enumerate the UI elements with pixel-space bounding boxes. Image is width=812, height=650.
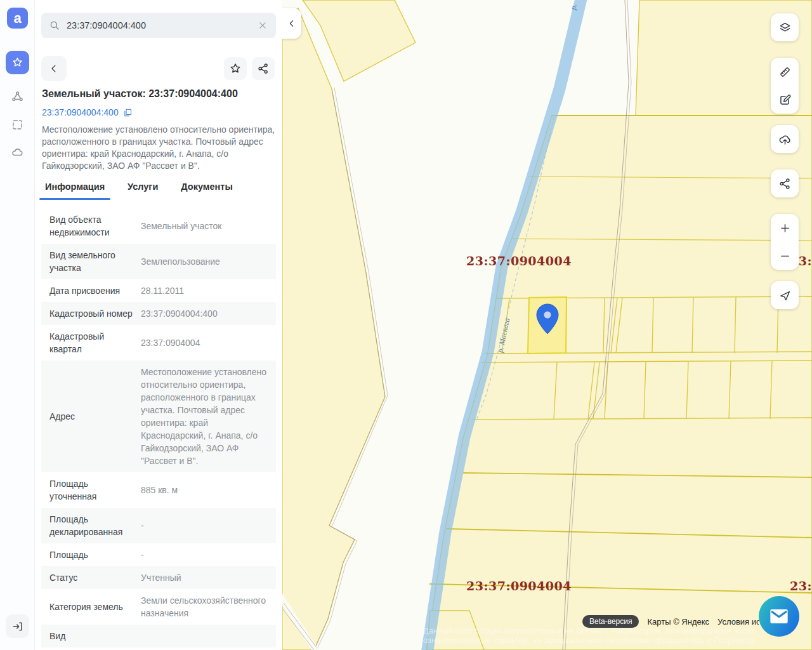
- favorite-button[interactable]: [224, 57, 247, 80]
- share-nodes-icon: [257, 62, 270, 75]
- zoom-out-button[interactable]: [771, 242, 799, 270]
- row-value: 23:37:0904004:400: [133, 307, 268, 320]
- row-value: 23:37:0904004: [133, 336, 268, 349]
- share-nodes-icon: [778, 177, 792, 190]
- map-disclaimer-text: Данный сайт создан энтузиастами и не свя…: [423, 626, 778, 645]
- row-label: Вид объекта недвижимости: [49, 213, 133, 239]
- tab-information[interactable]: Информация: [42, 182, 108, 198]
- collapse-panel-button[interactable]: [282, 8, 301, 39]
- row-value: -: [133, 519, 268, 532]
- layers-button[interactable]: [771, 13, 799, 41]
- measure-edit-group: [771, 58, 799, 114]
- table-row: СтатусУчтенный: [41, 566, 276, 589]
- location-description: Местоположение установлено относительно …: [42, 124, 275, 172]
- table-row: Площадь уточненная885 кв. м: [41, 472, 276, 508]
- row-label: Площадь уточненная: [49, 477, 133, 503]
- clear-search-icon[interactable]: [257, 20, 268, 31]
- table-row: Категория земельЗемли сельскохозяйственн…: [41, 589, 276, 625]
- tab-services[interactable]: Услуги: [124, 182, 161, 198]
- share-button[interactable]: [252, 57, 275, 80]
- share-map-button[interactable]: [771, 169, 799, 197]
- map-canvas[interactable]: 23:37:0904004 23:37:0904004 23:37:090400…: [282, 0, 812, 650]
- row-value: Местоположение установлено относительно …: [133, 366, 268, 467]
- table-row: Кадастровый номер23:37:0904004:400: [41, 302, 276, 325]
- envelope-icon: [768, 608, 790, 625]
- cloud-upload-icon: [778, 133, 792, 146]
- app-rail: a: [0, 0, 35, 650]
- zoom-in-button[interactable]: [771, 214, 799, 242]
- map-attribution: Beta-версия Карты © Яндекс Условия испол…: [582, 614, 759, 628]
- quarter-label-clipped: 23:37:0904004: [790, 579, 812, 593]
- attributes-table: Вид объекта недвижимостиЗемельный участо…: [41, 208, 276, 647]
- terms-link[interactable]: Условия использования: [717, 617, 759, 627]
- upload-button[interactable]: [771, 125, 799, 153]
- row-value: -: [133, 548, 268, 561]
- back-button[interactable]: [41, 56, 67, 81]
- locate-button[interactable]: [771, 281, 799, 309]
- plus-icon: [778, 222, 792, 235]
- row-label: Кадастровый квартал: [49, 330, 133, 355]
- zoom-controls: [771, 214, 799, 270]
- parcel-detail-panel: Земельный участок: 23:37:0904004:400 23:…: [35, 0, 282, 650]
- row-value: Учтенный: [133, 571, 268, 584]
- table-row: Вид земельного участкаЗемлепользование: [41, 244, 276, 279]
- rail-favorites-button[interactable]: [6, 51, 29, 74]
- copy-icon[interactable]: [123, 108, 133, 117]
- map-copyright-link[interactable]: Карты © Яндекс: [647, 617, 709, 627]
- search-bar[interactable]: [41, 13, 276, 38]
- navigation-arrow-icon: [778, 289, 792, 302]
- row-label: Категория земель: [49, 600, 133, 613]
- row-value: Землепользование: [133, 255, 268, 268]
- ruler-icon: [778, 65, 792, 79]
- row-value: 28.11.2011: [133, 284, 268, 297]
- draw-button[interactable]: [771, 86, 799, 114]
- rail-graph-button[interactable]: [6, 85, 29, 109]
- table-row: АдресМестоположение установлено относите…: [41, 361, 276, 472]
- table-row: Вид объекта недвижимостиЗемельный участо…: [41, 208, 276, 244]
- row-value: Земельный участок: [133, 220, 268, 232]
- quarter-label: 23:37:0904004: [466, 254, 572, 268]
- network-graph-icon: [11, 90, 24, 103]
- sign-in-icon: [11, 620, 24, 633]
- rail-cloud-button[interactable]: [6, 141, 29, 164]
- minus-icon: [778, 249, 792, 263]
- detail-header: [41, 56, 276, 81]
- row-value: Земли сельскохозяйственного назначения: [133, 594, 268, 620]
- star-outline-icon: [229, 62, 242, 75]
- detail-tabs: Информация Услуги Документы: [42, 182, 236, 198]
- app-logo[interactable]: a: [7, 8, 28, 29]
- chevron-left-icon: [48, 63, 60, 74]
- cloud-icon: [11, 146, 24, 159]
- row-label: Дата присвоения: [49, 284, 133, 297]
- chat-button[interactable]: [759, 596, 799, 637]
- cadastral-map[interactable]: 23:37:0904004 23:37:0904004 23:37:090400…: [282, 0, 812, 650]
- chevron-left-icon: [287, 18, 297, 29]
- rail-login-button[interactable]: [6, 614, 29, 638]
- row-label: Статус: [49, 571, 133, 584]
- rail-select-area-button[interactable]: [6, 113, 29, 136]
- row-label: Площадь: [49, 548, 133, 561]
- table-row: Вид: [41, 625, 276, 647]
- ruler-button[interactable]: [771, 58, 799, 86]
- tab-documents[interactable]: Документы: [178, 182, 236, 198]
- edit-pencil-icon: [778, 93, 792, 107]
- layers-icon: [778, 21, 792, 34]
- row-label: Вид земельного участка: [49, 249, 133, 274]
- table-row: Площадь-: [41, 543, 276, 566]
- row-value: 885 кв. м: [133, 484, 268, 496]
- beta-badge: Beta-версия: [582, 615, 639, 628]
- table-row: Кадастровый квартал23:37:0904004: [41, 325, 276, 361]
- row-label: Адрес: [49, 410, 133, 423]
- cadastral-number-link[interactable]: 23:37:0904004:400: [42, 107, 133, 117]
- page-title: Земельный участок: 23:37:0904004:400: [42, 88, 278, 100]
- row-label: Площадь декларированная: [49, 513, 133, 538]
- app-screen: a: [0, 0, 812, 650]
- star-icon: [11, 56, 24, 69]
- row-label: Вид: [49, 630, 133, 642]
- cadastral-number-text: 23:37:0904004:400: [42, 107, 119, 117]
- search-icon: [49, 20, 60, 31]
- row-label: Кадастровый номер: [49, 307, 133, 320]
- table-row: Площадь декларированная-: [41, 508, 276, 543]
- table-row: Дата присвоения28.11.2011: [41, 279, 276, 302]
- search-input[interactable]: [67, 20, 251, 30]
